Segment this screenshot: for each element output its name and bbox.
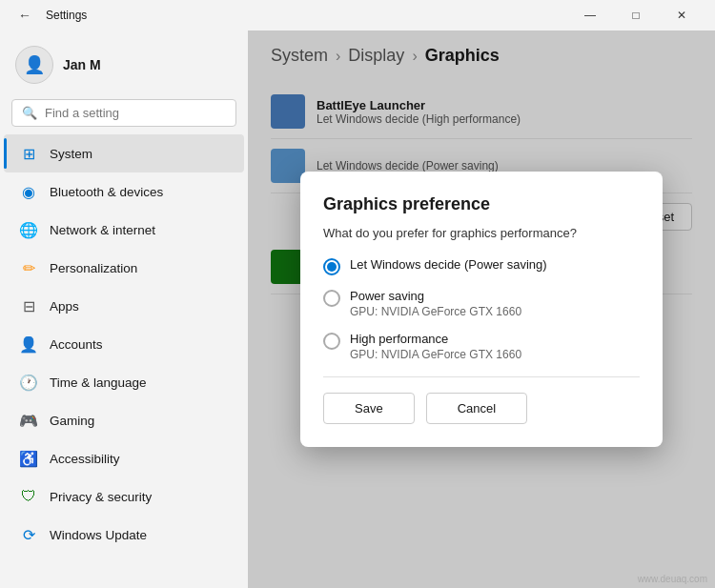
graphics-preference-dialog: Graphics preference What do you prefer f…: [300, 172, 663, 447]
avatar-icon: 👤: [24, 54, 45, 75]
sidebar-item-label: Gaming: [50, 414, 94, 428]
update-icon: ⟳: [19, 525, 38, 544]
radio-label: Let Windows decide (Power saving): [350, 257, 547, 272]
radio-label: High performance: [350, 332, 521, 346]
sidebar-item-label: Time & language: [50, 375, 147, 390]
cancel-button[interactable]: Cancel: [426, 393, 527, 424]
sidebar: 👤 Jan M 🔍 ⊞ System ◉ Bluetooth & devices…: [0, 30, 248, 588]
save-button[interactable]: Save: [323, 393, 415, 424]
radio-option-content: High performance GPU: NVIDIA GeForce GTX…: [350, 332, 521, 361]
radio-option-content: Power saving GPU: NVIDIA GeForce GTX 166…: [350, 289, 521, 318]
sidebar-item-network[interactable]: 🌐 Network & internet: [4, 211, 244, 249]
sidebar-item-label: Accessibility: [50, 452, 120, 466]
time-icon: 🕐: [19, 373, 38, 392]
sidebar-item-personalization[interactable]: ✏ Personalization: [4, 249, 244, 287]
bluetooth-icon: ◉: [19, 182, 38, 201]
main-content: System › Display › Graphics BattlEye Lau…: [248, 30, 715, 588]
sidebar-item-label: Accounts: [50, 337, 103, 352]
sidebar-item-system[interactable]: ⊞ System: [4, 134, 244, 172]
search-input[interactable]: [45, 106, 226, 120]
sidebar-item-label: Network & internet: [50, 223, 155, 237]
titlebar-left: ← Settings: [11, 2, 87, 29]
sidebar-item-privacy[interactable]: 🛡 Privacy & security: [4, 477, 244, 516]
user-name: Jan M: [63, 57, 101, 72]
sidebar-item-time[interactable]: 🕐 Time & language: [4, 363, 244, 401]
sidebar-item-gaming[interactable]: 🎮 Gaming: [4, 401, 244, 439]
sidebar-item-label: System: [50, 147, 92, 161]
avatar: 👤: [15, 46, 53, 84]
app-title: Settings: [46, 9, 87, 22]
dialog-divider: [323, 376, 640, 377]
radio-option-content: Let Windows decide (Power saving): [350, 257, 547, 272]
accounts-icon: 👤: [19, 335, 38, 354]
sidebar-item-accessibility[interactable]: ♿ Accessibility: [4, 439, 244, 477]
app-container: 👤 Jan M 🔍 ⊞ System ◉ Bluetooth & devices…: [0, 30, 715, 588]
radio-button[interactable]: [323, 333, 340, 350]
dialog-subtitle: What do you prefer for graphics performa…: [323, 226, 640, 240]
user-profile[interactable]: 👤 Jan M: [0, 38, 248, 99]
sidebar-item-bluetooth[interactable]: ◉ Bluetooth & devices: [4, 172, 244, 211]
maximize-button[interactable]: □: [614, 0, 658, 30]
radio-sublabel: GPU: NVIDIA GeForce GTX 1660: [350, 305, 521, 318]
sidebar-item-accounts[interactable]: 👤 Accounts: [4, 325, 244, 363]
system-icon: ⊞: [19, 144, 38, 163]
dialog-actions: Save Cancel: [323, 393, 640, 424]
sidebar-item-label: Windows Update: [50, 528, 147, 542]
dialog-overlay: Graphics preference What do you prefer f…: [248, 30, 715, 588]
search-icon: 🔍: [22, 106, 37, 120]
personalization-icon: ✏: [19, 258, 38, 277]
watermark: www.deuaq.com: [638, 574, 707, 584]
radio-sublabel: GPU: NVIDIA GeForce GTX 1660: [350, 348, 521, 361]
sidebar-item-apps[interactable]: ⊟ Apps: [4, 287, 244, 325]
apps-icon: ⊟: [19, 296, 38, 315]
sidebar-item-label: Apps: [50, 299, 79, 314]
sidebar-item-label: Privacy & security: [50, 490, 152, 504]
radio-option-high-performance[interactable]: High performance GPU: NVIDIA GeForce GTX…: [323, 332, 640, 361]
privacy-icon: 🛡: [19, 487, 38, 506]
gaming-icon: 🎮: [19, 411, 38, 430]
accessibility-icon: ♿: [19, 449, 38, 468]
radio-button-selected[interactable]: [323, 258, 340, 275]
minimize-button[interactable]: —: [568, 0, 612, 30]
titlebar: ← Settings — □ ✕: [0, 0, 715, 30]
radio-option-power-saving[interactable]: Power saving GPU: NVIDIA GeForce GTX 166…: [323, 289, 640, 318]
window-controls: — □ ✕: [568, 0, 704, 30]
radio-option-windows-decide[interactable]: Let Windows decide (Power saving): [323, 257, 640, 275]
sidebar-item-label: Bluetooth & devices: [50, 185, 163, 199]
radio-button[interactable]: [323, 290, 340, 307]
back-button[interactable]: ←: [11, 2, 38, 29]
dialog-title: Graphics preference: [323, 194, 640, 214]
radio-label: Power saving: [350, 289, 521, 303]
sidebar-item-label: Personalization: [50, 261, 137, 275]
search-box[interactable]: 🔍: [11, 99, 236, 127]
network-icon: 🌐: [19, 220, 38, 239]
sidebar-item-update[interactable]: ⟳ Windows Update: [4, 516, 244, 554]
close-button[interactable]: ✕: [660, 0, 704, 30]
